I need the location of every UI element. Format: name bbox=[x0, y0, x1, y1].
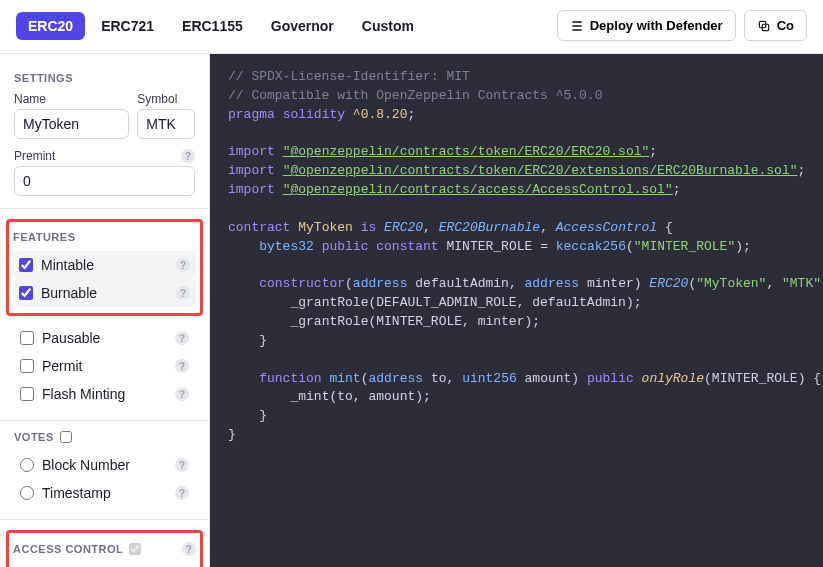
sidebar: SETTINGS Name Symbol Premint? FEATURES M… bbox=[0, 54, 210, 567]
votes-title: VOTES bbox=[14, 431, 195, 443]
premint-label: Premint? bbox=[14, 149, 195, 163]
mintable-checkbox[interactable] bbox=[19, 258, 33, 272]
name-input[interactable] bbox=[14, 109, 129, 139]
help-icon[interactable]: ? bbox=[175, 387, 189, 401]
access-toggle[interactable] bbox=[129, 543, 141, 555]
features-highlight: FEATURES Mintable ? Burnable ? bbox=[6, 219, 203, 316]
divider bbox=[0, 420, 209, 421]
copy-label: Co bbox=[777, 18, 794, 33]
defender-icon bbox=[570, 19, 584, 33]
divider bbox=[0, 208, 209, 209]
pausable-label: Pausable bbox=[42, 330, 167, 346]
premint-input[interactable] bbox=[14, 166, 195, 196]
access-highlight: ACCESS CONTROL ? Ownable ? Roles ? bbox=[6, 530, 203, 567]
topbar-actions: Deploy with Defender Co bbox=[557, 10, 807, 41]
name-symbol-row: Name Symbol bbox=[14, 92, 195, 139]
feature-pausable[interactable]: Pausable ? bbox=[14, 324, 195, 352]
tab-governor[interactable]: Governor bbox=[259, 12, 346, 40]
help-icon[interactable]: ? bbox=[176, 258, 190, 272]
tab-erc1155[interactable]: ERC1155 bbox=[170, 12, 255, 40]
main: SETTINGS Name Symbol Premint? FEATURES M… bbox=[0, 54, 823, 567]
feature-permit[interactable]: Permit ? bbox=[14, 352, 195, 380]
votes-blocknumber[interactable]: Block Number ? bbox=[14, 451, 195, 479]
premint-field: Premint? bbox=[14, 149, 195, 196]
timestamp-label: Timestamp bbox=[42, 485, 167, 501]
flashminting-label: Flash Minting bbox=[42, 386, 167, 402]
tab-custom[interactable]: Custom bbox=[350, 12, 426, 40]
burnable-checkbox[interactable] bbox=[19, 286, 33, 300]
features-title: FEATURES bbox=[13, 231, 196, 243]
name-field: Name bbox=[14, 92, 129, 139]
permit-checkbox[interactable] bbox=[20, 359, 34, 373]
access-title: ACCESS CONTROL ? bbox=[13, 542, 196, 556]
blocknumber-label: Block Number bbox=[42, 457, 167, 473]
topbar: ERC20 ERC721 ERC1155 Governor Custom Dep… bbox=[0, 0, 823, 54]
deploy-label: Deploy with Defender bbox=[590, 18, 723, 33]
burnable-label: Burnable bbox=[41, 285, 168, 301]
help-icon[interactable]: ? bbox=[175, 331, 189, 345]
mintable-label: Mintable bbox=[41, 257, 168, 273]
symbol-label: Symbol bbox=[137, 92, 195, 106]
name-label: Name bbox=[14, 92, 129, 106]
copy-button[interactable]: Co bbox=[744, 10, 807, 41]
help-icon[interactable]: ? bbox=[176, 286, 190, 300]
blocknumber-radio[interactable] bbox=[20, 458, 34, 472]
code-preview[interactable]: // SPDX-License-Identifier: MIT // Compa… bbox=[210, 54, 823, 567]
votes-timestamp[interactable]: Timestamp ? bbox=[14, 479, 195, 507]
help-icon[interactable]: ? bbox=[175, 359, 189, 373]
feature-mintable[interactable]: Mintable ? bbox=[13, 251, 196, 279]
help-icon[interactable]: ? bbox=[175, 458, 189, 472]
pausable-checkbox[interactable] bbox=[20, 331, 34, 345]
tab-erc20[interactable]: ERC20 bbox=[16, 12, 85, 40]
symbol-input[interactable] bbox=[137, 109, 195, 139]
settings-title: SETTINGS bbox=[14, 72, 195, 84]
divider bbox=[0, 519, 209, 520]
timestamp-radio[interactable] bbox=[20, 486, 34, 500]
help-icon[interactable]: ? bbox=[182, 542, 196, 556]
votes-toggle[interactable] bbox=[60, 431, 72, 443]
permit-label: Permit bbox=[42, 358, 167, 374]
feature-flashminting[interactable]: Flash Minting ? bbox=[14, 380, 195, 408]
deploy-button[interactable]: Deploy with Defender bbox=[557, 10, 736, 41]
copy-icon bbox=[757, 19, 771, 33]
help-icon[interactable]: ? bbox=[175, 486, 189, 500]
contract-type-tabs: ERC20 ERC721 ERC1155 Governor Custom bbox=[16, 12, 426, 40]
flashminting-checkbox[interactable] bbox=[20, 387, 34, 401]
symbol-field: Symbol bbox=[137, 92, 195, 139]
feature-burnable[interactable]: Burnable ? bbox=[13, 279, 196, 307]
tab-erc721[interactable]: ERC721 bbox=[89, 12, 166, 40]
help-icon[interactable]: ? bbox=[181, 149, 195, 163]
